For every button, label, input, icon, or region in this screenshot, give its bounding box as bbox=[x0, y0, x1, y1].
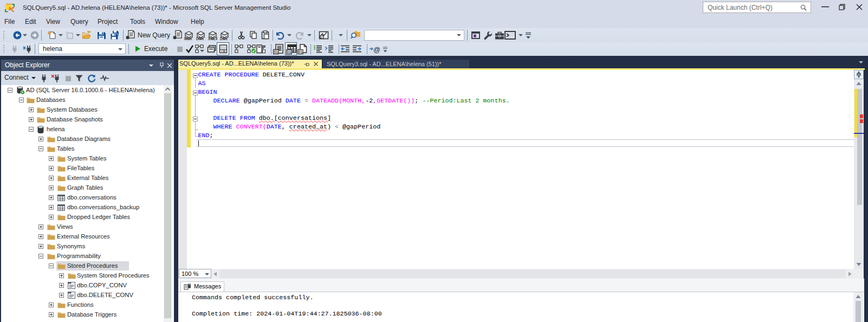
svg-text:XMLA: XMLA bbox=[208, 37, 217, 41]
svg-text:01: 01 bbox=[287, 50, 292, 54]
svg-text:@: @ bbox=[373, 46, 380, 54]
svg-text:01: 01 bbox=[274, 50, 278, 54]
svg-text:DAX: DAX bbox=[220, 37, 228, 41]
svg-text:MDX: MDX bbox=[184, 37, 192, 41]
svg-text:01: 01 bbox=[299, 50, 303, 54]
svg-text:DMX: DMX bbox=[196, 37, 204, 41]
